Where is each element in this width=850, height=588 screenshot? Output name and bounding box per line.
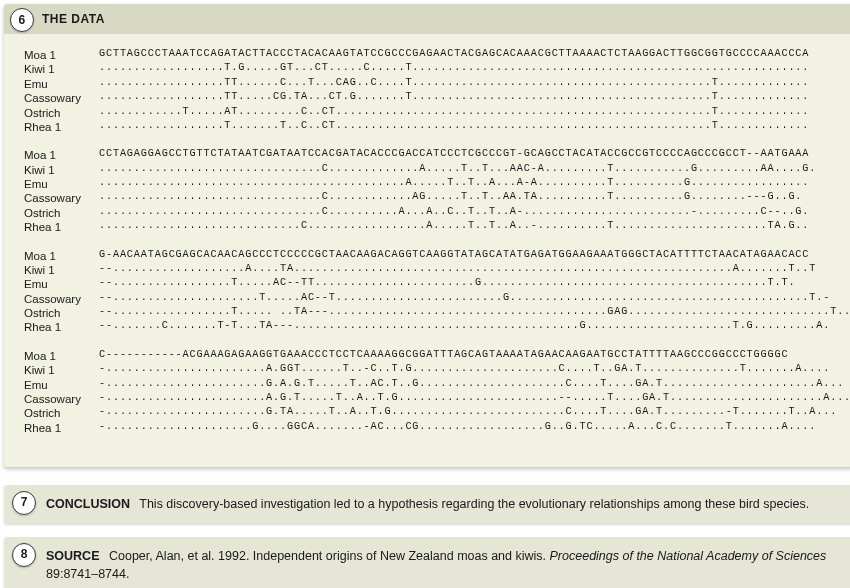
sequence-data: ..................T.......T..C..CT......… — [99, 120, 809, 134]
sequence-row: Cassowary...............................… — [24, 191, 836, 205]
species-label: Cassowary — [24, 191, 99, 205]
sequence-row: Moa 1CCTAGAGGAGCCTGTTCTATAATCGATAATCCACG… — [24, 148, 836, 162]
sequence-data: --...................A....TA............… — [99, 263, 816, 277]
sequence-data: GCTTAGCCCTAAATCCAGATACTTACCCTACACAAGTATC… — [99, 48, 809, 62]
sequence-data: --.......C.......T-T...TA---............… — [99, 320, 830, 334]
data-panel-header: 6 THE DATA — [4, 4, 850, 34]
conclusion-text: This discovery-based investigation led t… — [139, 497, 809, 511]
sequence-data: --.................T.....AC--TT.........… — [99, 277, 795, 291]
species-label: Emu — [24, 177, 99, 191]
sequence-row: Emu..................TT......C...T...CAG… — [24, 77, 836, 91]
conclusion-label: CONCLUSION — [46, 497, 130, 511]
sequence-data: --.....................T.....AC--T......… — [99, 292, 830, 306]
species-label: Moa 1 — [24, 48, 99, 62]
sequence-row: Kiwi 1..................T.G.....GT...CT.… — [24, 62, 836, 76]
sequence-row: Ostrich--.................T..... ..TA---… — [24, 306, 836, 320]
sequence-data: -.......................G.A.G.T.....T..A… — [99, 378, 844, 392]
species-label: Rhea 1 — [24, 220, 99, 234]
sequence-data: ........................................… — [99, 177, 809, 191]
sequence-data: ................................C.......… — [99, 163, 816, 177]
species-label: Emu — [24, 378, 99, 392]
sequence-data: C-----------ACGAAAGAGAAGGTGAAACCCTCCTCAA… — [99, 349, 788, 363]
species-label: Moa 1 — [24, 148, 99, 162]
badge-7: 7 — [12, 491, 36, 515]
sequence-row: Moa 1G-AACAATAGCGAGCACAACAGCCCTCCCCCGCTA… — [24, 249, 836, 263]
species-label: Moa 1 — [24, 349, 99, 363]
sequence-block: Moa 1CCTAGAGGAGCCTGTTCTATAATCGATAATCCACG… — [24, 148, 836, 234]
sequence-data: -.......................G.TA.....T..A..T… — [99, 406, 837, 420]
sequence-data: ................................C.......… — [99, 206, 809, 220]
source-suffix: 89:8741–8744. — [46, 567, 129, 581]
source-label: SOURCE — [46, 549, 99, 563]
species-label: Rhea 1 — [24, 421, 99, 435]
sequence-row: Moa 1GCTTAGCCCTAAATCCAGATACTTACCCTACACAA… — [24, 48, 836, 62]
sequence-row: Rhea 1--.......C.......T-T...TA---......… — [24, 320, 836, 334]
badge-8: 8 — [12, 543, 36, 567]
source-prefix: Cooper, Alan, et al. 1992. Independent o… — [109, 549, 550, 563]
species-label: Cassowary — [24, 392, 99, 406]
species-label: Rhea 1 — [24, 120, 99, 134]
sequence-row: Kiwi 1................................C.… — [24, 163, 836, 177]
sequence-data: .............................C..........… — [99, 220, 809, 234]
sequence-row: Rhea 1-.....................G....GGCA...… — [24, 421, 836, 435]
species-label: Ostrich — [24, 306, 99, 320]
species-label: Kiwi 1 — [24, 163, 99, 177]
data-panel: 6 THE DATA Moa 1GCTTAGCCCTAAATCCAGATACTT… — [4, 4, 850, 467]
sequence-data: -.......................A.G.T.....T..A..… — [99, 392, 850, 406]
sequence-data: -.....................G....GGCA.......-A… — [99, 421, 816, 435]
sequence-row: Kiwi 1--...................A....TA......… — [24, 263, 836, 277]
species-label: Ostrich — [24, 106, 99, 120]
sequence-row: Ostrich............T.....AT.........C..C… — [24, 106, 836, 120]
source-panel: 8 SOURCE Cooper, Alan, et al. 1992. Inde… — [4, 537, 850, 588]
species-label: Kiwi 1 — [24, 263, 99, 277]
badge-6: 6 — [10, 8, 34, 32]
sequence-block: Moa 1GCTTAGCCCTAAATCCAGATACTTACCCTACACAA… — [24, 48, 836, 134]
sequence-block: Moa 1C-----------ACGAAAGAGAAGGTGAAACCCTC… — [24, 349, 836, 435]
sequence-data: ............T.....AT.........C..CT......… — [99, 106, 809, 120]
sequence-data: ..................TT.....CG.TA...CT.G...… — [99, 91, 809, 105]
sequence-row: Emu.....................................… — [24, 177, 836, 191]
source-journal: Proceedings of the National Academy of S… — [550, 549, 827, 563]
sequence-block: Moa 1G-AACAATAGCGAGCACAACAGCCCTCCCCCGCTA… — [24, 249, 836, 335]
sequence-row: Ostrich................................C… — [24, 206, 836, 220]
species-label: Cassowary — [24, 91, 99, 105]
species-label: Ostrich — [24, 406, 99, 420]
sequence-row: Rhea 1..................T.......T..C..CT… — [24, 120, 836, 134]
sequence-row: Kiwi 1-.......................A.GGT.....… — [24, 363, 836, 377]
species-label: Kiwi 1 — [24, 62, 99, 76]
sequence-data: G-AACAATAGCGAGCACAACAGCCCTCCCCCGCTAACAAG… — [99, 249, 809, 263]
species-label: Emu — [24, 277, 99, 291]
data-panel-title: THE DATA — [42, 12, 105, 26]
sequence-row: Emu--.................T.....AC--TT......… — [24, 277, 836, 291]
sequence-row: Moa 1C-----------ACGAAAGAGAAGGTGAAACCCTC… — [24, 349, 836, 363]
sequence-data: ..................TT......C...T...CAG..C… — [99, 77, 809, 91]
sequence-row: Cassowary--.....................T.....AC… — [24, 292, 836, 306]
sequence-data: CCTAGAGGAGCCTGTTCTATAATCGATAATCCACGATACA… — [99, 148, 809, 162]
sequence-row: Emu-.......................G.A.G.T.....T… — [24, 378, 836, 392]
sequence-alignment: Moa 1GCTTAGCCCTAAATCCAGATACTTACCCTACACAA… — [4, 34, 850, 467]
species-label: Moa 1 — [24, 249, 99, 263]
sequence-data: --.................T..... ..TA---.......… — [99, 306, 850, 320]
species-label: Emu — [24, 77, 99, 91]
sequence-row: Rhea 1.............................C....… — [24, 220, 836, 234]
species-label: Cassowary — [24, 292, 99, 306]
sequence-row: Ostrich-.......................G.TA.....… — [24, 406, 836, 420]
species-label: Kiwi 1 — [24, 363, 99, 377]
sequence-data: ................................C.......… — [99, 191, 802, 205]
sequence-data: ..................T.G.....GT...CT.....C.… — [99, 62, 809, 76]
sequence-data: -.......................A.GGT......T..-C… — [99, 363, 830, 377]
sequence-row: Cassowary-.......................A.G.T..… — [24, 392, 836, 406]
conclusion-panel: 7 CONCLUSION This discovery-based invest… — [4, 485, 850, 523]
species-label: Ostrich — [24, 206, 99, 220]
sequence-row: Cassowary..................TT.....CG.TA.… — [24, 91, 836, 105]
species-label: Rhea 1 — [24, 320, 99, 334]
